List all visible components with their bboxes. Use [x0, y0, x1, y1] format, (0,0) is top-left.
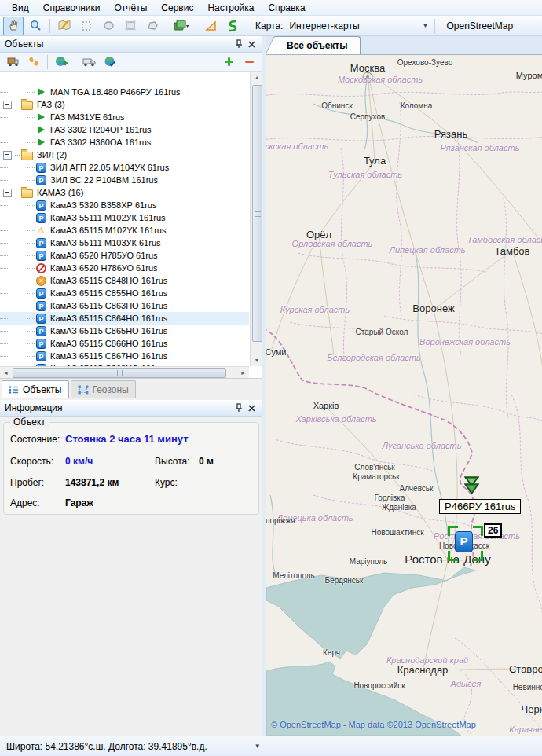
map-type-value: Интернет-карты: [289, 20, 359, 31]
tree-group[interactable]: КАМАЗ (16): [0, 186, 249, 199]
edit-map-button[interactable]: [54, 17, 75, 35]
tree-vehicle[interactable]: ГАЗ М431УЕ 61rus: [0, 111, 249, 123]
tree-vehicle[interactable]: PКамАЗ 55111 М102УК 161rus: [0, 211, 249, 224]
tab-geozones[interactable]: Геозоны: [71, 380, 136, 398]
scroll-down-icon[interactable]: ▼: [251, 354, 262, 366]
tree-vehicle[interactable]: PЗИЛ ВС 22 Р104ВМ 161rus: [0, 174, 249, 186]
close-icon[interactable]: [245, 39, 258, 50]
map-canvas[interactable]: МоскваОрехово-ЗуевоМуромМосковская облас…: [266, 55, 542, 736]
scroll-right-icon[interactable]: ►: [237, 367, 249, 378]
map-region-label: Белгородская область: [327, 353, 420, 362]
collapse-icon[interactable]: [3, 151, 12, 160]
menu-item-Отчёты[interactable]: Отчёты: [107, 1, 154, 15]
info-panel-header: Информация: [0, 400, 262, 417]
tree-vehicle[interactable]: ГАЗ 3302 Н360ОА 161rus: [0, 136, 249, 149]
close-icon[interactable]: [245, 402, 258, 413]
tree-vehicle[interactable]: PКамАЗ 65115 С867НО 161rus: [0, 350, 249, 362]
rectangle-icon: [125, 20, 136, 31]
no-connection-icon: [36, 263, 46, 273]
follow-object-button[interactable]: [24, 53, 43, 71]
map-city-label: Мелітополь: [273, 571, 315, 580]
tree-item-label: КамАЗ 65115 С855НО 161rus: [50, 288, 167, 298]
parked-icon: P: [36, 213, 46, 223]
map-region-label: Карачаево-Черкесия: [509, 725, 542, 734]
course-label: Курс:: [155, 477, 178, 488]
menu-item-Справочники[interactable]: Справочники: [36, 1, 108, 15]
scroll-left-icon[interactable]: ◄: [0, 367, 12, 378]
map-city-label: Слов'янськ: [354, 463, 394, 472]
tree-vehicle[interactable]: PКамАЗ 65115 С863НО 161rus: [0, 299, 249, 312]
map-city-label: Рязань: [434, 128, 467, 140]
scroll-up-icon[interactable]: ▲: [251, 72, 262, 83]
tree-group[interactable]: ЗИЛ (2): [0, 149, 249, 161]
globe-check-icon: [104, 56, 115, 68]
truck-box-icon: [7, 57, 20, 67]
tree-vehicle[interactable]: ✕КамАЗ 65115 С848НО 161rus: [0, 274, 249, 287]
add-object-button[interactable]: [219, 53, 238, 71]
pin-icon[interactable]: [233, 39, 245, 50]
tree-vehicle[interactable]: PКамАЗ 65115 С866НО 161rus: [0, 337, 249, 350]
map-city-label: Харків: [313, 401, 339, 410]
draw-rectangle-button[interactable]: [120, 17, 141, 35]
menu-item-Справка[interactable]: Справка: [261, 1, 312, 15]
map-city-label: Коломна: [401, 101, 433, 110]
tree-item-label: ЗИЛ (2): [37, 150, 67, 160]
selection-bracket: [448, 526, 458, 536]
collapse-icon[interactable]: [3, 189, 12, 197]
map-city-label: Старый Оскол: [356, 328, 408, 336]
chevron-down-icon[interactable]: ▼: [255, 743, 261, 750]
vehicle-groups-button[interactable]: [4, 53, 23, 71]
map-region-label: Адыгея: [451, 679, 482, 688]
collapse-icon[interactable]: [3, 101, 12, 109]
vehicle-arrow-marker[interactable]: [464, 476, 479, 495]
map-city-label: Невинномысск: [513, 683, 542, 692]
cluster-count-badge[interactable]: 26: [484, 523, 502, 538]
map-region-label: Калужская область: [266, 141, 328, 151]
measure-button[interactable]: [200, 17, 221, 35]
tree-vehicle[interactable]: ⚠КамАЗ 65115 М102УК 161rus: [0, 224, 249, 237]
draw-ellipse-button[interactable]: [98, 17, 119, 35]
tree-vehicle[interactable]: КамАЗ 6520 Н786УО 61rus: [0, 262, 249, 274]
tree-item-label: КамАЗ 65115 С863НО 161rus: [50, 301, 167, 310]
tree-vehicle[interactable]: PКамАЗ 6520 Н785УО 61rus: [0, 249, 249, 262]
show-all-on-map-button[interactable]: [100, 53, 119, 71]
menu-item-Настройка[interactable]: Настройка: [200, 1, 261, 15]
tree-vehicle[interactable]: PКамАЗ 55111 М103УК 61rus: [0, 237, 249, 249]
map-type-combobox[interactable]: Интернет-карты ▼: [286, 18, 431, 34]
magnifier-icon: [30, 20, 42, 31]
tree-group[interactable]: ГАЗ (3): [0, 98, 249, 111]
tree-vehicle[interactable]: ГАЗ 3302 Н204ОР 161rus: [0, 123, 249, 136]
map-city-label: Горлівка: [374, 494, 405, 502]
tree-vehicle[interactable]: PЗИЛ АГП 22.05 М104УК 61rus: [0, 161, 249, 174]
menu-item-Вид[interactable]: Вид: [5, 1, 36, 15]
pin-icon[interactable]: [233, 402, 245, 413]
tree-vertical-scrollbar[interactable]: ▲ ▼: [250, 72, 262, 366]
map-city-label: Тамбов: [495, 245, 530, 257]
menu-item-Сервис[interactable]: Сервис: [154, 1, 200, 15]
tab-objects[interactable]: Объекты: [2, 380, 69, 398]
map-region-label: Тульская область: [328, 170, 402, 179]
tree-item-label: ГАЗ 3302 Н360ОА 161rus: [50, 138, 151, 147]
zoom-tool-button[interactable]: [25, 17, 46, 35]
tree-vehicle[interactable]: PКамАЗ 65115 С864НО 161rus: [0, 312, 249, 325]
layers-button[interactable]: [171, 17, 192, 35]
plus-icon: [224, 57, 234, 67]
track-button[interactable]: [222, 17, 243, 35]
pan-tool-button[interactable]: [3, 17, 24, 35]
select-tool-button[interactable]: [76, 17, 97, 35]
tree-vehicle[interactable]: PКамАЗ 65115 С865НО 161rus: [0, 325, 249, 337]
show-vehicle-button[interactable]: [79, 53, 98, 71]
tree-horizontal-scrollbar[interactable]: ◄ ►: [0, 366, 249, 378]
draw-polygon-button[interactable]: [142, 17, 163, 35]
folder-icon: [21, 101, 33, 110]
map-city-label: Муром: [516, 71, 542, 80]
remove-object-button[interactable]: [240, 53, 258, 71]
selection-bracket: [448, 551, 458, 561]
tree-vehicle[interactable]: MAN TGA 18.480 Р466РУ 161rus: [0, 86, 249, 98]
tree-vehicle[interactable]: PКамАЗ 5320 В358ХР 61rus: [0, 199, 249, 211]
tree-vehicle[interactable]: PКамАЗ 65115 С855НО 161rus: [0, 287, 249, 299]
moving-vehicle-icon: [38, 113, 45, 121]
map-tab-all-objects[interactable]: Все объекты: [276, 36, 361, 54]
map-city-label: Запоріжжя: [266, 516, 295, 525]
add-geozone-map-button[interactable]: [52, 53, 71, 71]
